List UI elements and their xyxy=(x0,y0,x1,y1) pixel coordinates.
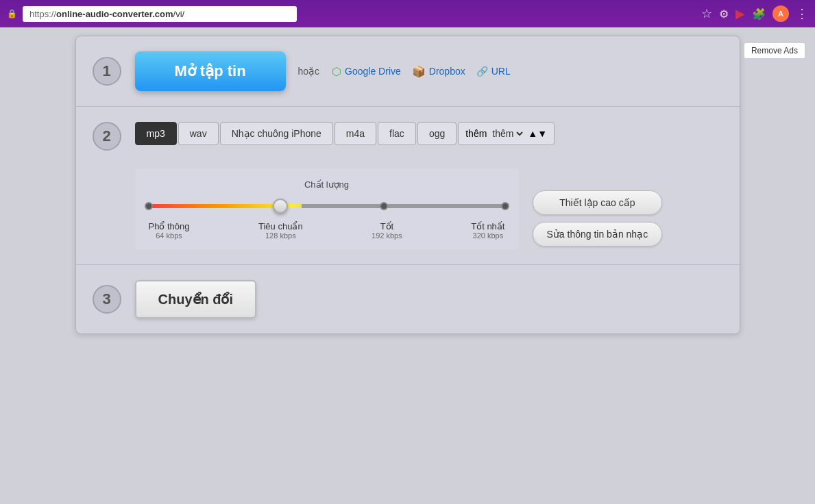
step2-inner: 2 mp3 wav Nhạc chuông iPhone m4a flac og… xyxy=(93,122,723,249)
user-avatar[interactable]: A xyxy=(773,5,789,22)
browser-toolbar: 🔒 https://online-audio-converter.com/vi/… xyxy=(0,0,815,27)
google-drive-label: Google Drive xyxy=(345,66,401,77)
quality-kbps-4: 320 kbps xyxy=(471,231,504,240)
tab-wav[interactable]: wav xyxy=(178,122,219,145)
step1-content: Mở tập tin hoặc ⬡ Google Drive 📦 Dropbox… xyxy=(135,51,723,91)
quality-name-4: Tốt nhất xyxy=(471,221,504,231)
quality-kbps-2: 128 kbps xyxy=(258,231,303,240)
browser-icons: ☆ ⚙ ▶ 🧩 A ⋮ xyxy=(701,5,808,22)
url-link[interactable]: 🔗 URL xyxy=(476,66,511,77)
step1-number: 1 xyxy=(93,57,121,86)
url-domain: online-audio-converter.com xyxy=(56,9,173,19)
dropbox-icon: 📦 xyxy=(412,65,426,78)
step3-number: 3 xyxy=(93,285,121,314)
extensions-icon[interactable]: 🧩 xyxy=(752,8,766,21)
quality-kbps-3: 192 kbps xyxy=(372,231,402,240)
edit-tags-button[interactable]: Sửa thông tin bản nhạc xyxy=(533,222,663,247)
quality-title: Chất lượng xyxy=(149,179,505,190)
advanced-settings-button[interactable]: Thiết lập cao cấp xyxy=(533,190,663,215)
bookmark-icon[interactable]: ☆ xyxy=(701,6,712,21)
more-formats-select[interactable]: thêm xyxy=(489,127,525,140)
tab-ogg[interactable]: ogg xyxy=(417,122,457,145)
quality-name-3: Tốt xyxy=(372,221,402,231)
quality-dot-1 xyxy=(145,202,153,210)
extension-icon1[interactable]: ⚙ xyxy=(719,8,729,21)
remove-ads-button[interactable]: Remove Ads xyxy=(744,42,805,59)
url-path: /vi/ xyxy=(173,9,185,19)
tab-flac[interactable]: flac xyxy=(378,122,416,145)
dropbox-label: Dropbox xyxy=(429,66,465,77)
more-label: thêm xyxy=(465,128,487,139)
step2-buttons: Thiết lập cao cấp Sửa thông tin bản nhạc xyxy=(533,190,663,247)
step3-section: 3 Chuyển đổi xyxy=(76,265,740,333)
tab-m4a[interactable]: m4a xyxy=(334,122,376,145)
quality-name-2: Tiêu chuẩn xyxy=(258,221,303,231)
cloud-links: ⬡ Google Drive 📦 Dropbox 🔗 URL xyxy=(332,65,511,78)
open-file-button[interactable]: Mở tập tin xyxy=(135,51,286,91)
convert-button[interactable]: Chuyển đổi xyxy=(135,280,257,318)
step2-number: 2 xyxy=(93,122,121,151)
url-icon: 🔗 xyxy=(476,66,488,77)
chevron-down-icon: ▲▼ xyxy=(528,128,547,139)
tab-mp3[interactable]: mp3 xyxy=(135,122,177,145)
url-protocol: https:// xyxy=(29,9,56,19)
quality-dot-4 xyxy=(501,202,509,210)
address-bar[interactable]: https://online-audio-converter.com/vi/ xyxy=(23,6,297,22)
quality-dot-3 xyxy=(380,202,388,210)
main-container: 1 Mở tập tin hoặc ⬡ Google Drive 📦 Dropb… xyxy=(75,36,740,334)
menu-icon[interactable]: ⋮ xyxy=(796,6,808,21)
page-content: Remove Ads 1 Mở tập tin hoặc ⬡ Google Dr… xyxy=(0,27,815,504)
slider-thumb[interactable] xyxy=(273,199,288,214)
or-text: hoặc xyxy=(298,66,320,77)
format-tabs: mp3 wav Nhạc chuông iPhone m4a flac ogg … xyxy=(135,122,723,145)
url-label: URL xyxy=(491,66,511,77)
extension-icon2[interactable]: ▶ xyxy=(735,6,745,21)
quality-label-2: Tiêu chuẩn 128 kbps xyxy=(258,221,303,240)
step2-section: 2 mp3 wav Nhạc chuông iPhone m4a flac og… xyxy=(76,107,740,265)
quality-label-4: Tốt nhất 320 kbps xyxy=(471,221,504,240)
dropbox-link[interactable]: 📦 Dropbox xyxy=(412,65,465,78)
slider-track-gray xyxy=(302,204,504,208)
quality-name-1: Phổ thông xyxy=(149,221,190,231)
quality-label-3: Tốt 192 kbps xyxy=(372,221,402,240)
step2-controls: mp3 wav Nhạc chuông iPhone m4a flac ogg … xyxy=(135,122,723,249)
quality-slider-container[interactable] xyxy=(149,199,505,213)
lock-icon: 🔒 xyxy=(7,9,17,18)
quality-labels: Phổ thông 64 kbps Tiêu chuẩn 128 kbps Tố… xyxy=(149,221,505,240)
google-drive-link[interactable]: ⬡ Google Drive xyxy=(332,65,401,78)
tab-iphone-ringtone[interactable]: Nhạc chuông iPhone xyxy=(220,122,333,145)
quality-row: Chất lượng xyxy=(135,156,723,249)
quality-label-1: Phổ thông 64 kbps xyxy=(149,221,190,240)
quality-area: Chất lượng xyxy=(135,168,519,249)
google-drive-icon: ⬡ xyxy=(332,65,341,78)
more-formats-dropdown[interactable]: thêm thêm ▲▼ xyxy=(458,122,555,145)
quality-kbps-1: 64 kbps xyxy=(149,231,190,240)
step1-section: 1 Mở tập tin hoặc ⬡ Google Drive 📦 Dropb… xyxy=(76,36,740,107)
